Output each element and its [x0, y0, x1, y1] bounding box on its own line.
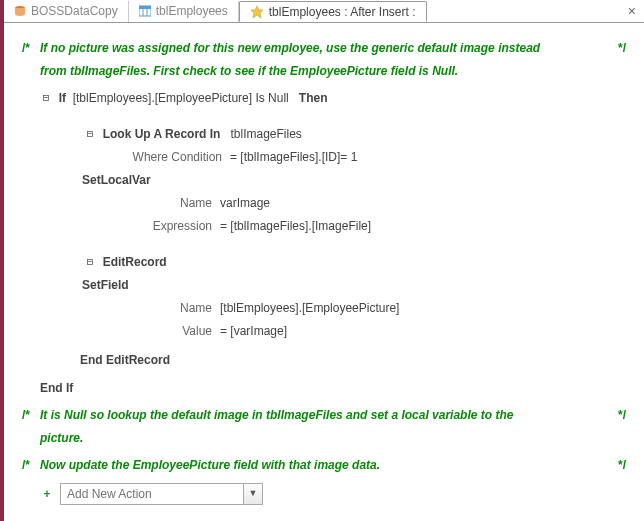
macro-icon	[250, 5, 264, 19]
tab-label: tblEmployees	[156, 4, 228, 18]
collapse-toggle[interactable]: ⊟	[40, 88, 52, 109]
comment-open: /*	[22, 454, 30, 477]
add-action-combo[interactable]: ▼	[60, 483, 263, 505]
tab-bossdatacopy[interactable]: BOSSDataCopy	[4, 1, 129, 22]
add-action-icon[interactable]: +	[40, 483, 54, 506]
tab-afterinsert[interactable]: tblEmployees : After Insert :	[239, 1, 427, 22]
close-button[interactable]: ×	[620, 2, 644, 20]
chevron-down-icon[interactable]: ▼	[243, 484, 262, 504]
end-editrecord: End EditRecord	[80, 349, 170, 372]
then-keyword: Then	[299, 87, 328, 110]
where-label: Where Condition	[92, 146, 222, 169]
if-expression[interactable]: [tblEmployees].[EmployeePicture] Is Null	[73, 87, 289, 110]
sf-name-value[interactable]: [tblEmployees].[EmployeePicture]	[220, 297, 399, 320]
name-value[interactable]: varImage	[220, 192, 270, 215]
database-icon	[14, 5, 26, 17]
expression-label: Expression	[92, 215, 212, 238]
collapse-toggle[interactable]: ⊟	[84, 252, 96, 273]
sf-name-label: Name	[92, 297, 212, 320]
comment-close: */	[618, 404, 626, 427]
close-icon: ×	[628, 3, 636, 19]
comment-open: /*	[22, 37, 30, 60]
svg-rect-2	[139, 6, 151, 9]
lookup-target[interactable]: tblImageFiles	[230, 123, 301, 146]
where-expression[interactable]: = [tblImageFiles].[ID]= 1	[230, 146, 357, 169]
setlocalvar-keyword: SetLocalVar	[82, 169, 151, 192]
macro-editor: /* If no picture was assigned for this n…	[4, 23, 644, 521]
sf-value-value[interactable]: = [varImage]	[220, 320, 287, 343]
name-label: Name	[92, 192, 212, 215]
sf-value-label: Value	[92, 320, 212, 343]
comment-open: /*	[22, 404, 30, 427]
tab-tblemployees[interactable]: tblEmployees	[129, 1, 239, 22]
comment-text: If no picture was assigned for this new …	[40, 37, 560, 83]
tab-bar: BOSSDataCopy tblEmployees tblEmployees :…	[4, 0, 644, 23]
tab-label: BOSSDataCopy	[31, 4, 118, 18]
editrecord-keyword: EditRecord	[103, 251, 167, 274]
if-keyword: If	[59, 87, 66, 110]
tab-label: tblEmployees : After Insert :	[269, 5, 416, 19]
comment-text: It is Null so lookup the default image i…	[40, 404, 540, 450]
table-icon	[139, 5, 151, 17]
comment-text: Now update the EmployeePicture field wit…	[40, 454, 380, 477]
add-action-input[interactable]	[61, 484, 243, 504]
comment-close: */	[618, 37, 626, 60]
expression-value[interactable]: = [tblImageFiles].[ImageFile]	[220, 215, 371, 238]
comment-close: */	[618, 454, 626, 477]
collapse-toggle[interactable]: ⊟	[84, 124, 96, 145]
lookup-keyword: Look Up A Record In	[103, 123, 221, 146]
setfield-keyword: SetField	[82, 274, 129, 297]
end-if: End If	[40, 377, 73, 400]
